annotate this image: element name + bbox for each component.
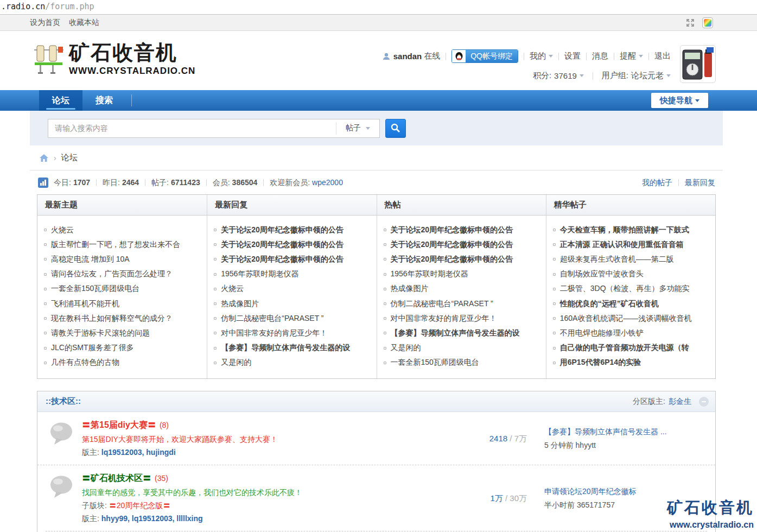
thread-link[interactable]: 对中国非常友好的肯尼亚少年！ [384,311,542,326]
thread-link[interactable]: 火烧云 [214,282,372,296]
chevron-down-icon [666,74,671,77]
thread-link[interactable]: 自己做的电子管音频功放开关电源（转 [553,341,711,356]
bullet-icon [44,229,47,231]
online-status: 在线 [424,51,440,61]
thread-link[interactable]: 【参赛】导频制立体声信号发生器的设 [214,341,372,356]
username[interactable]: sandan [393,52,422,61]
thread-link[interactable]: 火烧云 [44,223,202,237]
minus-icon [702,401,706,402]
thread-link[interactable]: 现在教科书上如何解释空气的成分？ [44,311,202,326]
subforum-link[interactable]: 〓20周年纪念版〓 [109,501,171,510]
thread-link[interactable]: 热成像图片 [384,282,542,296]
section-title[interactable]: ::技术区:: [46,396,81,407]
usergroup-value[interactable]: 论坛元老 [631,71,664,81]
my-posts-link[interactable]: 我的帖子 [642,178,672,188]
thread-link[interactable]: 关于论坛20周年纪念徽标申领的公告 [384,252,542,267]
menu-my[interactable]: 我的 [530,51,553,61]
fullscreen-expand-icon[interactable] [685,17,696,28]
thread-link[interactable]: 1956年苏联时期老仪器 [384,267,542,282]
thread-link[interactable]: 热成像图片 [214,296,372,311]
thread-link[interactable]: 二极管、3DQ（检波、再生）多功能实 [553,282,711,296]
thread-link[interactable]: 请教关于游标卡尺滚轮的问题 [44,326,202,340]
bullet-icon [553,229,556,231]
set-home-link[interactable]: 设为首页 [30,18,60,28]
thread-link[interactable]: 1956年苏联时期老仪器 [214,267,372,282]
breadcrumb-current[interactable]: 论坛 [61,153,78,163]
credits-label: 积分: [533,71,551,81]
thread-link[interactable]: 今天检查车辆，顺带拍照讲解一下鼓式 [553,223,711,237]
bookmark-link[interactable]: 收藏本站 [69,18,99,28]
thread-link[interactable]: 正本清源 正确认识和使用重低音音箱 [553,237,711,252]
column-title-digest-posts: 精华帖子 [546,195,715,216]
thread-link[interactable]: 对中国非常友好的肯尼亚少年！ [214,326,372,340]
tab-forum[interactable]: 论坛 [39,90,82,111]
mods-label: 版主: [82,514,99,523]
thread-link[interactable]: 又是闲的 [214,356,372,370]
thread-link[interactable]: 关于论坛20周年纪念徽标申领的公告 [384,237,542,252]
breadcrumb-arrow: › [54,154,56,162]
thread-link[interactable]: 自制场效应管中波收音头 [553,267,711,282]
qq-bind-button[interactable]: QQ帐号绑定 [451,49,518,63]
menu-reminders[interactable]: 提醒 [620,51,643,61]
thread-link[interactable]: 几件有点特色的古物 [44,356,202,370]
new-member-link[interactable]: wpe2000 [312,178,343,187]
last-post-link[interactable]: 申请领论坛20周年纪念徽标 [544,487,707,497]
thread-link[interactable]: 【参赛】导频制立体声信号发生器的设 [384,326,542,340]
ad-multimeter-image[interactable] [680,45,716,83]
thread-link[interactable]: 请问各位坛友，广告页面怎么处理？ [44,267,202,282]
thread-link[interactable]: 关于论坛20周年纪念徽标申领的公告 [214,223,372,237]
thread-link[interactable]: 160A收音机统调记——浅谈调幅收音机 [553,311,711,326]
thread-link[interactable]: 关于论坛20周年纪念徽标申领的公告 [214,237,372,252]
section-moderator-link[interactable]: 彭金生 [669,397,691,407]
thread-link[interactable]: 高稳定电流 增加到 10A [44,252,202,267]
menu-messages[interactable]: 消息 [592,51,608,61]
digest-posts-list: 今天检查车辆，顺带拍照讲解一下鼓式正本清源 正确认识和使用重低音音箱超级来复再生… [546,216,715,378]
search-type-select[interactable]: 帖子 [336,122,379,135]
bullet-icon [553,273,556,276]
new-replies-link[interactable]: 最新回复 [685,178,715,188]
site-logo[interactable]: 矿石收音机 WWW.CRYSTALRADIO.CN [34,42,195,77]
subforum-label: 子版块: [82,501,107,510]
thread-link[interactable]: 又是闲的 [384,341,542,356]
quick-nav-button[interactable]: 快捷导航 [651,93,708,108]
search-button[interactable] [385,119,406,138]
search-input[interactable] [48,124,336,132]
yesterday-label: 昨日: [103,178,120,187]
logo-title: 矿石收音机 [69,42,195,64]
forum-title-link[interactable]: 〓矿石机技术区〓 [82,473,151,483]
home-icon[interactable] [39,154,49,162]
members-count: 386504 [232,178,258,187]
thread-link[interactable]: 关于论坛20周年纪念徽标申领的公告 [214,252,372,267]
thread-link[interactable]: 仿制二战秘密电台“PARASET ” [384,296,542,311]
thread-link[interactable]: 一套全新150瓦师团级电台 [384,356,542,370]
tab-search[interactable]: 搜索 [82,90,126,111]
thread-link[interactable]: 关于论坛20周年纪念徽标申领的公告 [384,223,542,237]
forum-today-count: (35) [155,474,168,483]
menu-logout[interactable]: 退出 [654,51,671,61]
thread-link[interactable]: 性能优良的“远程”矿石收音机 [553,296,711,311]
welcome-label: 欢迎新会员: [270,178,310,187]
thread-link[interactable]: 超级来复再生式收音机——第二版 [553,252,711,267]
thread-link[interactable]: 一套全新150瓦师团级电台 [44,282,202,296]
thread-link[interactable]: 用6P15代替6P14的实验 [553,356,711,370]
credits-value[interactable]: 37619 [554,71,577,80]
bullet-icon [214,258,217,261]
theme-palette-icon[interactable] [702,17,713,28]
column-title-hot-posts: 热帖 [377,195,546,216]
forum-title-link[interactable]: 〓第15届diy大赛〓 [82,420,156,429]
menu-settings[interactable]: 设置 [564,51,581,61]
forum-moderators[interactable]: lq19512003, hujingdi [101,448,176,457]
site-header: 矿石收音机 WWW.CRYSTALRADIO.CN sandan 在线 [0,31,757,90]
thread-link[interactable]: 不用电焊也能修理小铁铲 [553,326,711,340]
bullet-icon [44,317,47,320]
thread-link[interactable]: JLC的SMT服务差了很多 [44,341,202,356]
bullet-icon [384,332,386,334]
thread-link[interactable]: 仿制二战秘密电台“PARASET ” [214,311,372,326]
collapse-section-button[interactable] [699,397,709,407]
thread-link[interactable]: 飞利浦耳机不能开机 [44,296,202,311]
thread-link[interactable]: 版主帮忙删一下吧，想了想发出来不合 [44,237,202,252]
url-host: .radio.cn [1,2,45,11]
forum-moderators[interactable]: hhyy99, lq19512003, lllllxing [101,514,203,523]
last-post-link[interactable]: 【参赛】导频制立体声信号发生器 ... [544,427,707,437]
browser-address[interactable]: .radio.cn/forum.php [0,0,757,14]
